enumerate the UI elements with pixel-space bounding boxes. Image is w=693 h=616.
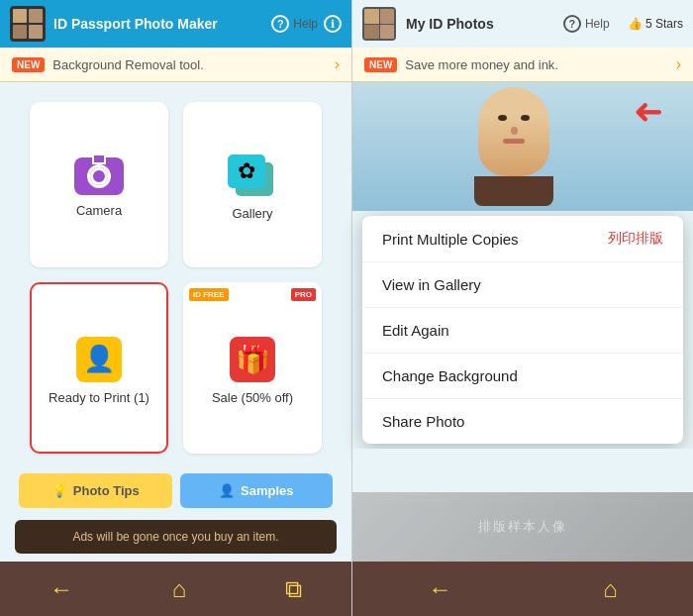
app-title: ID Passport Photo Maker	[53, 16, 271, 32]
photo-preview: ➜	[352, 82, 693, 211]
right-bottom-area: 排版样本人像	[352, 449, 693, 562]
recents-button[interactable]: ⧉	[285, 575, 302, 603]
flower-icon: ✿	[238, 158, 255, 184]
right-back-button[interactable]: ←	[428, 575, 451, 603]
back-button[interactable]: ←	[50, 575, 73, 603]
ads-bar: Ads will be gone once you buy an item.	[15, 520, 337, 554]
main-grid: Camera ✿ Gallery 👤 Ready to Print (1) ID…	[0, 82, 351, 473]
samples-person-icon: 👤	[219, 483, 235, 498]
person-icon: 👤	[83, 344, 115, 374]
menu-edit-again[interactable]: Edit Again	[362, 308, 683, 354]
camera-icon	[74, 157, 124, 195]
home-button[interactable]: ⌂	[172, 575, 187, 603]
red-arrow-icon: ➜	[634, 92, 663, 134]
gift-emoji: 🎁	[236, 343, 270, 375]
app-icon	[10, 6, 46, 42]
right-help-icon: ?	[563, 15, 581, 33]
help-button[interactable]: ? Help	[271, 15, 318, 33]
left-nav-bar: ← ⌂ ⧉	[0, 562, 351, 616]
menu-change-background[interactable]: Change Background	[362, 354, 683, 399]
bulb-icon: 💡	[51, 483, 67, 498]
banner-arrow-icon: ›	[335, 55, 340, 73]
gallery-icon: ✿	[228, 154, 277, 198]
right-banner-arrow-icon: ›	[676, 55, 681, 73]
ready-icon: 👤	[76, 337, 122, 382]
info-icon[interactable]: ℹ	[324, 15, 342, 33]
right-new-badge: NEW	[364, 57, 397, 72]
right-help-button[interactable]: ? Help	[563, 15, 610, 33]
bottom-buttons: 💡 Photo Tips 👤 Samples	[0, 473, 351, 516]
right-home-button[interactable]: ⌂	[603, 575, 618, 603]
app-header: ID Passport Photo Maker ? Help ℹ	[0, 0, 351, 48]
ready-label: Ready to Print (1)	[49, 390, 149, 405]
sale-label: Sale (50% off)	[212, 390, 293, 405]
photo-tips-button[interactable]: 💡 Photo Tips	[19, 473, 172, 508]
right-nav-bar: ← ⌂	[352, 562, 693, 616]
left-panel: ID Passport Photo Maker ? Help ℹ NEW Bac…	[0, 0, 351, 616]
gallery-label: Gallery	[232, 206, 272, 221]
menu-share-photo[interactable]: Share Photo	[362, 399, 683, 444]
menu-view-gallery[interactable]: View in Gallery	[362, 262, 683, 308]
banner-text: Background Removal tool.	[52, 57, 334, 72]
camera-item[interactable]: Camera	[30, 102, 168, 267]
camera-label: Camera	[76, 203, 122, 218]
new-badge: NEW	[12, 57, 45, 72]
right-header: My ID Photos ? Help 👍 5 Stars	[352, 0, 693, 48]
ready-to-print-item[interactable]: 👤 Ready to Print (1)	[30, 282, 168, 454]
left-banner[interactable]: NEW Background Removal tool. ›	[0, 48, 351, 82]
samples-button[interactable]: 👤 Samples	[180, 473, 334, 508]
chinese-label: 列印排版	[608, 230, 663, 248]
sale-item[interactable]: ID FREE PRO 🎁 Sale (50% off)	[183, 282, 322, 454]
right-title: My ID Photos	[406, 16, 553, 32]
right-banner[interactable]: NEW Save more money and ink. ›	[352, 48, 693, 82]
pro-badge: PRO	[291, 288, 316, 301]
help-icon: ?	[271, 15, 289, 33]
right-app-icon	[362, 7, 396, 41]
stars-badge: 👍 5 Stars	[628, 17, 683, 31]
gallery-item[interactable]: ✿ Gallery	[183, 102, 322, 267]
menu-print-multiple[interactable]: Print Multiple Copies 列印排版	[362, 216, 683, 262]
id-free-badge: ID FREE	[189, 288, 229, 301]
right-banner-text: Save more money and ink.	[405, 57, 675, 72]
watermark: 排版样本人像	[352, 492, 693, 562]
gift-icon: 🎁	[230, 337, 275, 382]
right-panel: My ID Photos ? Help 👍 5 Stars NEW Save m…	[351, 0, 693, 616]
watermark-text: 排版样本人像	[478, 518, 567, 536]
context-menu: Print Multiple Copies 列印排版 View in Galle…	[362, 216, 683, 444]
